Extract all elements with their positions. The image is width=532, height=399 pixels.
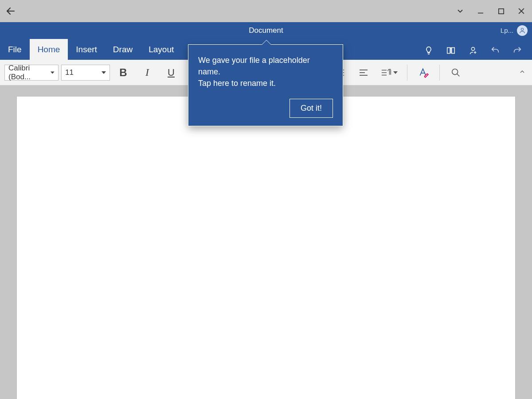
italic-button[interactable]: I	[137, 64, 158, 81]
paragraph-marks-button[interactable]	[377, 64, 402, 81]
tab-home[interactable]: Home	[30, 39, 68, 60]
underline-button[interactable]: U	[160, 64, 182, 81]
canvas-area	[0, 85, 532, 399]
toolbar-divider-2	[439, 65, 440, 81]
svg-marker-7	[51, 71, 55, 74]
tab-draw[interactable]: Draw	[105, 39, 141, 60]
undo-icon[interactable]	[490, 46, 500, 55]
search-button[interactable]	[445, 64, 466, 81]
user-label[interactable]: Lp...	[501, 27, 513, 34]
align-button[interactable]	[353, 64, 374, 81]
svg-rect-2	[498, 8, 503, 13]
tooltip-line2: Tap here to rename it.	[198, 77, 333, 89]
collapse-ribbon-icon[interactable]	[519, 68, 526, 77]
tab-insert[interactable]: Insert	[68, 39, 105, 60]
lightbulb-icon[interactable]	[424, 46, 434, 55]
toolbar-divider	[407, 65, 407, 81]
font-name-value: Calibri (Bod...	[8, 64, 48, 81]
tooltip-line1: We gave your file a placeholder name.	[198, 54, 333, 77]
svg-point-6	[471, 47, 474, 50]
font-size-dropdown[interactable]: 11	[61, 65, 110, 81]
font-name-dropdown[interactable]: Calibri (Bod...	[4, 65, 59, 81]
maximize-icon[interactable]	[496, 6, 506, 16]
back-icon[interactable]	[5, 6, 16, 16]
close-icon[interactable]	[516, 6, 527, 16]
share-icon[interactable]	[468, 46, 478, 55]
tab-layout[interactable]: Layout	[141, 39, 182, 60]
svg-point-22	[452, 69, 458, 74]
svg-marker-8	[102, 71, 106, 74]
redo-icon[interactable]	[512, 46, 522, 55]
document-title[interactable]: Document	[249, 26, 283, 35]
read-mode-icon[interactable]	[446, 46, 456, 55]
minimize-icon[interactable]	[475, 6, 486, 16]
svg-line-23	[457, 74, 460, 76]
svg-marker-21	[393, 71, 398, 74]
styles-button[interactable]	[413, 64, 434, 81]
document-page[interactable]	[16, 96, 516, 399]
rename-tooltip: We gave your file a placeholder name. Ta…	[188, 44, 343, 126]
font-size-value: 11	[65, 68, 74, 77]
titlebar: Document Lp...	[0, 22, 532, 39]
chevron-down-icon[interactable]	[455, 6, 466, 16]
avatar[interactable]	[517, 25, 528, 36]
bold-button[interactable]: B	[113, 64, 134, 81]
window-chrome	[0, 0, 532, 22]
tooltip-got-it-button[interactable]: Got it!	[289, 99, 333, 118]
tab-file[interactable]: File	[0, 39, 30, 60]
svg-point-5	[521, 28, 523, 30]
